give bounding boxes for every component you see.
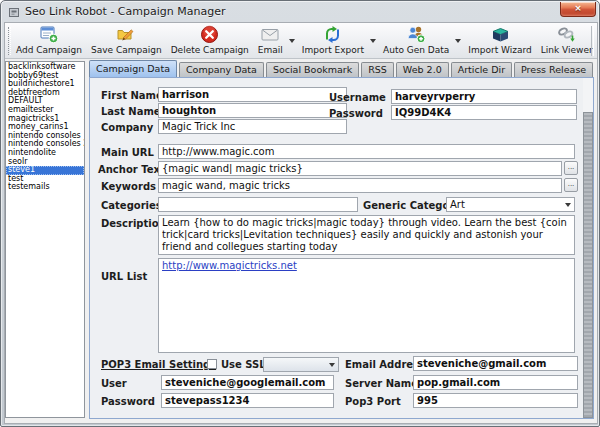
anchor-text-more-button[interactable]: ... bbox=[564, 161, 578, 175]
toolbar-separator bbox=[591, 26, 594, 56]
scrollbar-thumb[interactable] bbox=[583, 112, 593, 418]
generic-category-select[interactable]: Art bbox=[446, 197, 575, 212]
main-url-field[interactable] bbox=[158, 144, 575, 159]
pop3-section-label: POP3 Email Settings bbox=[101, 359, 216, 370]
auto-gen-data-icon bbox=[407, 25, 426, 44]
url-list-field[interactable]: http://www.magictricks.net bbox=[158, 258, 575, 353]
url-list-label: URL List bbox=[101, 271, 147, 282]
tab-bar: Campaign Data Company Data Social Bookma… bbox=[89, 60, 595, 77]
anchor-text-label: Anchor Text bbox=[98, 164, 165, 175]
password-field[interactable] bbox=[391, 105, 577, 120]
email-icon bbox=[261, 25, 280, 44]
description-field[interactable]: Learn {how to do magic tricks|magic toda… bbox=[158, 215, 575, 255]
generic-category-value: Art bbox=[450, 199, 465, 210]
toolbar-label: Save Campaign bbox=[91, 45, 162, 55]
import-wizard-icon bbox=[491, 25, 510, 44]
delete-campaign-button[interactable]: Delete Campaign bbox=[168, 24, 252, 55]
pop3-user-label: User bbox=[101, 378, 127, 389]
tab-company-data[interactable]: Company Data bbox=[179, 62, 264, 77]
company-label: Company bbox=[101, 122, 153, 133]
first-name-label: First Name bbox=[101, 90, 163, 101]
toolbar-label: Auto Gen Data bbox=[383, 45, 449, 55]
anchor-text-field[interactable] bbox=[158, 161, 562, 176]
toolbar-label: Email bbox=[258, 45, 283, 55]
categories-field[interactable] bbox=[158, 197, 358, 212]
app-icon bbox=[8, 6, 20, 18]
server-name-field[interactable] bbox=[413, 375, 578, 390]
company-field[interactable] bbox=[158, 119, 347, 134]
use-ssl-checkbox[interactable] bbox=[207, 359, 217, 369]
email-address-field[interactable] bbox=[413, 356, 578, 371]
main-url-label: Main URL bbox=[101, 147, 154, 158]
save-campaign-icon bbox=[117, 25, 136, 44]
toolbar: Add Campaign Save Campaign Delete Campai… bbox=[5, 23, 597, 59]
keywords-more-button[interactable]: ... bbox=[564, 178, 578, 192]
toolbar-grip[interactable] bbox=[8, 27, 11, 55]
toolbar-label: Import Wizard bbox=[468, 45, 531, 55]
app-window: Seo Link Robot - Campaign Manager × Add … bbox=[0, 0, 600, 427]
url-list-link[interactable]: http://www.magictricks.net bbox=[162, 260, 297, 271]
server-name-label: Server Name bbox=[345, 378, 418, 389]
chevron-down-icon bbox=[565, 203, 571, 207]
tab-campaign-data[interactable]: Campaign Data bbox=[89, 60, 177, 77]
pop3-password-field[interactable] bbox=[161, 393, 334, 408]
title-bar[interactable]: Seo Link Robot - Campaign Manager × bbox=[1, 1, 599, 22]
link-viewer-icon bbox=[557, 25, 576, 44]
campaign-list[interactable]: backlinksoftware bobby69test buildniches… bbox=[5, 61, 85, 418]
auto-gen-data-button[interactable]: Auto Gen Data bbox=[380, 24, 452, 55]
pop3-port-field[interactable] bbox=[413, 393, 578, 408]
tab-social-bookmark[interactable]: Social Bookmark bbox=[266, 62, 359, 77]
toolbar-label: Add Campaign bbox=[16, 45, 82, 55]
password-label: Password bbox=[329, 108, 383, 119]
ssl-select[interactable] bbox=[263, 357, 339, 372]
tab-article-dir[interactable]: Article Dir bbox=[451, 62, 512, 77]
toolbar-label: Import Export bbox=[302, 45, 364, 55]
add-campaign-button[interactable]: Add Campaign bbox=[13, 24, 85, 55]
pop3-password-label: Password bbox=[101, 396, 155, 407]
use-ssl-label: Use SSL bbox=[221, 359, 266, 370]
username-field[interactable] bbox=[391, 89, 577, 104]
tab-press-release[interactable]: Press Release bbox=[514, 62, 593, 77]
list-item[interactable]: testemails bbox=[6, 183, 84, 192]
link-viewer-button[interactable]: Link Viewer bbox=[538, 24, 596, 55]
pop3-user-field[interactable] bbox=[161, 375, 334, 390]
save-campaign-button[interactable]: Save Campaign bbox=[88, 24, 165, 55]
first-name-field[interactable] bbox=[158, 87, 347, 102]
email-dropdown-arrow-icon[interactable] bbox=[289, 39, 295, 43]
import-export-button[interactable]: Import Export bbox=[299, 24, 367, 55]
toolbar-label: Delete Campaign bbox=[171, 45, 249, 55]
import-export-icon bbox=[323, 25, 342, 44]
auto-gen-data-dropdown-arrow-icon[interactable] bbox=[455, 39, 461, 43]
chevron-down-icon bbox=[329, 363, 335, 367]
email-button[interactable]: Email bbox=[255, 24, 286, 55]
description-label: Description bbox=[101, 218, 166, 229]
categories-label: Categories bbox=[101, 200, 162, 211]
last-name-field[interactable] bbox=[158, 103, 347, 118]
delete-campaign-icon bbox=[200, 25, 219, 44]
add-campaign-icon bbox=[40, 25, 59, 44]
tab-rss[interactable]: RSS bbox=[361, 62, 394, 77]
close-button[interactable]: × bbox=[560, 2, 596, 17]
import-export-dropdown-arrow-icon[interactable] bbox=[370, 39, 376, 43]
import-wizard-button[interactable]: Import Wizard bbox=[465, 24, 534, 55]
pop3-port-label: Pop3 Port bbox=[345, 396, 401, 407]
window-title: Seo Link Robot - Campaign Manager bbox=[25, 5, 225, 18]
keywords-label: Keywords bbox=[101, 181, 156, 192]
keywords-field[interactable] bbox=[158, 178, 562, 193]
toolbar-label: Link Viewer bbox=[541, 45, 593, 55]
tab-web-20[interactable]: Web 2.0 bbox=[396, 62, 449, 77]
vertical-scrollbar[interactable] bbox=[583, 78, 593, 418]
last-name-label: Last Name bbox=[101, 106, 161, 117]
username-label: Username bbox=[329, 92, 386, 103]
